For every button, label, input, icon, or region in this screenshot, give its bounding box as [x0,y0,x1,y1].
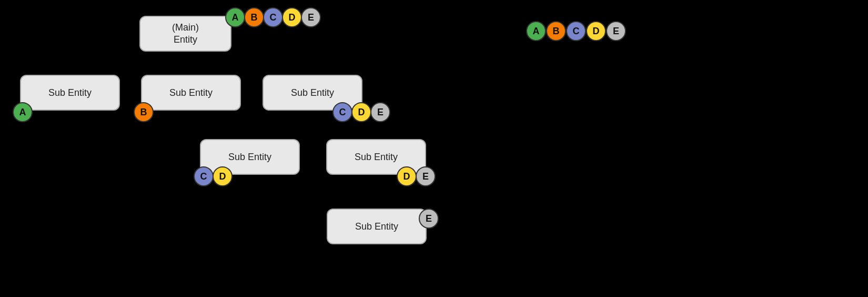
sub2-badge-B: B [134,102,154,122]
sub3-badge-C: C [332,102,352,122]
sub-entity-6: Sub Entity [327,209,427,244]
sub-entity-6-label: Sub Entity [355,221,398,232]
main-badge-B: B [244,7,264,27]
sub6-badge-E: E [419,209,439,229]
legend-badge-E: E [606,21,626,41]
legend-badge-D: D [586,21,606,41]
sub-entity-4-label: Sub Entity [228,152,271,163]
sub-entity-2: Sub Entity [141,75,241,111]
legend-badge-C: C [566,21,586,41]
sub-entity-2-label: Sub Entity [169,87,213,98]
sub3-badge-D: D [351,102,371,122]
main-badge-A: A [225,7,245,27]
sub-entity-5-label: Sub Entity [355,152,398,163]
main-badge-C: C [263,7,283,27]
sub4-badge-C: C [194,166,214,186]
sub-entity-1-label: Sub Entity [48,87,92,98]
sub5-badge-E: E [416,166,436,186]
sub3-badge-E: E [370,102,390,122]
main-entity-box: (Main)Entity [139,16,231,52]
sub1-badge-A: A [13,102,33,122]
legend-badge-B: B [546,21,566,41]
sub-entity-3-label: Sub Entity [291,87,334,98]
main-badge-E: E [301,7,321,27]
sub5-badge-D: D [397,166,417,186]
sub-entity-1: Sub Entity [20,75,120,111]
sub4-badge-D: D [213,166,233,186]
main-badge-D: D [282,7,302,27]
main-entity-label: (Main)Entity [172,22,199,46]
legend-badge-A: A [526,21,546,41]
